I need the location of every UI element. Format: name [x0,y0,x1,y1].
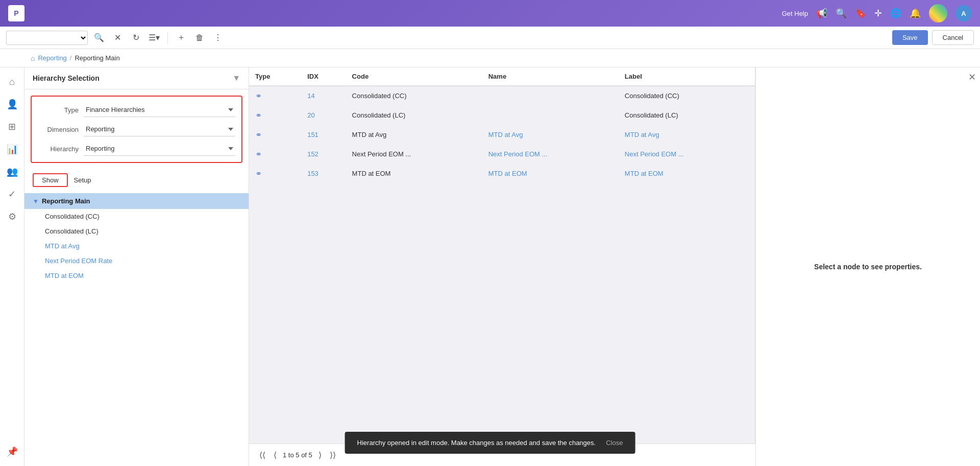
dimension-row: Dimension Reporting [38,122,235,136]
type-select[interactable]: Finance Hierarchies [84,103,235,117]
last-page-button[interactable]: ⟩⟩ [328,449,338,461]
idx-3: 152 [301,145,346,164]
toast-notification: Hierarchy opened in edit mode. Make chan… [345,432,635,454]
idx-2: 151 [301,125,346,145]
code-0: Consolidated (CC) [346,86,482,106]
tree-child-1[interactable]: Consolidated (LC) [24,224,249,239]
breadcrumb-separator: / [70,54,72,62]
tree-children: Consolidated (CC) Consolidated (LC) MTD … [24,209,249,283]
sidebar-chart-icon[interactable]: 📊 [2,139,22,159]
setup-button[interactable]: Setup [74,176,91,184]
search-icon[interactable]: 🔍 [836,8,847,19]
col-code: Code [346,67,482,86]
hierarchy-header: Hierarchy Selection ▼ [24,67,249,89]
top-nav-left: P [8,5,24,21]
table-row[interactable]: ⚭ 151 MTD at Avg MTD at Avg MTD at Avg [249,125,755,145]
search-toolbar-button[interactable]: 🔍 [92,31,106,45]
hierarchy-collapse-icon[interactable]: ▼ [232,74,240,83]
more-toolbar-button[interactable]: ⋮ [211,31,225,45]
refresh-toolbar-button[interactable]: ↻ [129,31,143,45]
show-button[interactable]: Show [33,173,68,187]
type-icon-2: ⚭ [255,130,262,139]
colorful-logo [929,4,947,22]
code-2: MTD at Avg [346,125,482,145]
bookmark-icon[interactable]: 🔖 [855,8,866,19]
toolbar: 🔍 ✕ ↻ ☰▾ ＋ 🗑 ⋮ Save Cancel [0,27,980,49]
tree-main-label: Reporting Main [42,197,90,205]
tree-main-node[interactable]: ▼ Reporting Main [24,193,249,209]
toolbar-select[interactable] [6,31,88,45]
toast-message: Hierarchy opened in edit mode. Make chan… [357,439,596,447]
right-panel-message: Select a node to see properties. [814,263,922,271]
table-row[interactable]: ⚭ 152 Next Period EOM ... Next Period EO… [249,145,755,164]
breadcrumb: ⌂ Reporting / Reporting Main [0,49,980,67]
tree-child-4[interactable]: MTD at EOM [24,268,249,283]
close-toolbar-button[interactable]: ✕ [110,31,125,45]
avatar[interactable]: A [955,5,972,21]
app-logo[interactable]: P [8,5,24,21]
save-button[interactable]: Save [892,30,928,45]
toast-close-button[interactable]: Close [606,439,623,447]
table-row[interactable]: ⚭ 153 MTD at EOM MTD at EOM MTD at EOM [249,164,755,183]
right-panel-close-button[interactable]: ✕ [968,72,976,83]
hierarchy-title: Hierarchy Selection [33,74,100,82]
name-4: MTD at EOM [482,164,619,183]
idx-4: 153 [301,164,346,183]
sidebar-person-icon[interactable]: 👤 [2,94,22,114]
col-name: Name [482,67,619,86]
sidebar-users-icon[interactable]: 👥 [2,161,22,182]
sidebar-gear-icon[interactable]: ⚙ [2,206,22,227]
get-help-button[interactable]: Get Help [782,10,808,17]
first-page-button[interactable]: ⟨⟨ [257,449,267,461]
col-label: Label [619,67,755,86]
table-row[interactable]: ⚭ 20 Consolidated (LC) Consolidated (LC) [249,106,755,125]
name-0 [482,86,619,106]
label-4: MTD at EOM [619,164,755,183]
col-type: Type [249,67,301,86]
tree-child-3[interactable]: Next Period EOM Rate [24,253,249,268]
type-label: Type [38,106,84,114]
delete-toolbar-button[interactable]: 🗑 [192,31,207,45]
logo-text: P [14,9,18,17]
name-2: MTD at Avg [482,125,619,145]
sidebar-grid-icon[interactable]: ⊞ [2,116,22,137]
globe-icon[interactable]: 🌐 [890,8,901,19]
type-icon-3: ⚭ [255,150,262,158]
bell-icon[interactable]: 🔔 [910,8,921,19]
content-split: Type IDX Code Name Label ⚭ 14 Consolidat… [249,67,980,466]
add-toolbar-button[interactable]: ＋ [174,31,188,45]
hierarchy-row: Hierarchy Reporting [38,142,235,156]
toolbar-separator [167,32,168,44]
show-setup-row: Show Setup [24,169,249,193]
hierarchy-select[interactable]: Reporting [84,142,235,156]
label-1: Consolidated (LC) [619,106,755,125]
data-table-container: Type IDX Code Name Label ⚭ 14 Consolidat… [249,67,755,444]
hierarchy-label: Hierarchy [38,145,84,153]
sidebar-home-icon[interactable]: ⌂ [2,72,22,92]
tree-child-0[interactable]: Consolidated (CC) [24,209,249,224]
label-2: MTD at Avg [619,125,755,145]
tree-child-2[interactable]: MTD at Avg [24,239,249,253]
left-panel: Hierarchy Selection ▼ Type Finance Hiera… [24,67,249,466]
sidebar-check-icon[interactable]: ✓ [2,184,22,204]
compass-icon[interactable]: ✛ [874,8,882,19]
sidebar-pin-icon[interactable]: 📌 [2,441,22,462]
type-icon-0: ⚭ [255,91,262,100]
dimension-select[interactable]: Reporting [84,122,235,136]
top-nav: P Get Help 📢 🔍 🔖 ✛ 🌐 🔔 A [0,0,980,27]
table-row[interactable]: ⚭ 14 Consolidated (CC) Consolidated (CC) [249,86,755,106]
megaphone-icon[interactable]: 📢 [816,8,827,19]
idx-0: 14 [301,86,346,106]
code-3: Next Period EOM ... [346,145,482,164]
label-0: Consolidated (CC) [619,86,755,106]
list-toolbar-button[interactable]: ☰▾ [147,31,161,45]
breadcrumb-reporting-link[interactable]: Reporting [38,54,66,62]
main-layout: ⌂ 👤 ⊞ 📊 👥 ✓ ⚙ 📌 Hierarchy Selection ▼ Ty… [0,67,980,466]
code-4: MTD at EOM [346,164,482,183]
prev-page-button[interactable]: ⟨ [272,449,279,461]
next-page-button[interactable]: ⟩ [316,449,324,461]
toolbar-right: Save Cancel [892,30,974,45]
top-nav-right: Get Help 📢 🔍 🔖 ✛ 🌐 🔔 A [782,4,972,22]
code-1: Consolidated (LC) [346,106,482,125]
cancel-button[interactable]: Cancel [932,30,974,45]
